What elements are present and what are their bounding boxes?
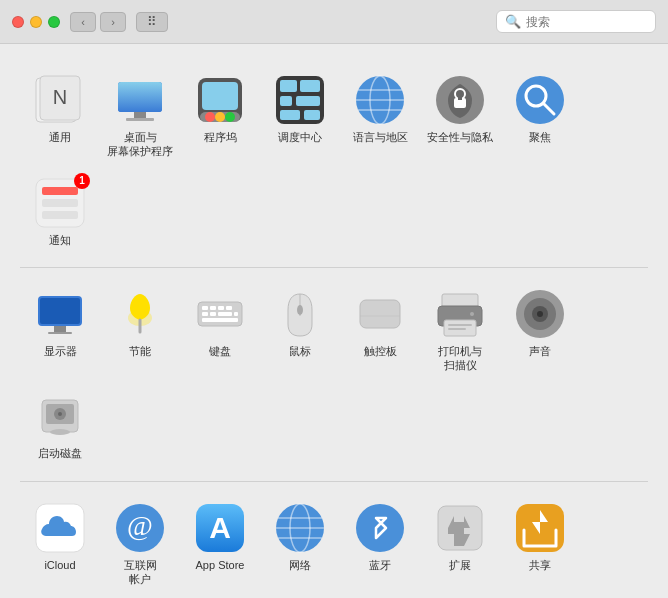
icon-item-network[interactable]: 网络 [260, 494, 340, 591]
desktop-icon [114, 74, 166, 126]
keyboard-icon [194, 288, 246, 340]
svg-rect-60 [448, 328, 466, 330]
energy-icon [114, 288, 166, 340]
nav-buttons: ‹ › [70, 12, 126, 32]
sharing-label: 共享 [529, 558, 551, 572]
notification-label: 通知 [49, 233, 71, 247]
svg-point-65 [537, 311, 543, 317]
internet-icon: @ [114, 502, 166, 554]
svg-rect-47 [202, 312, 208, 316]
section-hardware: 显示器 节能 [20, 268, 648, 482]
icon-item-startup[interactable]: 启动磁盘 [20, 382, 100, 464]
svg-rect-34 [42, 199, 78, 207]
network-icon [274, 502, 326, 554]
section-personal: N 通用 [20, 54, 648, 268]
svg-rect-16 [280, 96, 292, 106]
svg-rect-51 [202, 318, 238, 322]
icon-item-display[interactable]: 显示器 [20, 280, 100, 377]
icon-item-mission[interactable]: 调度中心 [260, 66, 340, 163]
icon-item-mouse[interactable]: 鼠标 [260, 280, 340, 377]
appstore-label: App Store [196, 558, 245, 572]
icon-item-printer[interactable]: 打印机与扫描仪 [420, 280, 500, 377]
svg-text:@: @ [127, 510, 153, 541]
maximize-button[interactable] [48, 16, 60, 28]
lang-icon [354, 74, 406, 126]
icon-item-dock[interactable]: 程序坞 [180, 66, 260, 163]
svg-rect-50 [234, 312, 238, 316]
bluetooth-label: 蓝牙 [369, 558, 391, 572]
icon-item-internet[interactable]: @ 互联网帐户 [100, 494, 180, 591]
section-personal-grid: N 通用 [20, 66, 648, 251]
startup-icon [34, 390, 86, 442]
svg-rect-45 [218, 306, 224, 310]
appstore-icon: A [194, 502, 246, 554]
desktop-label: 桌面与屏幕保护程序 [107, 130, 173, 159]
svg-rect-17 [296, 96, 320, 106]
spotlight-label: 聚焦 [529, 130, 551, 144]
minimize-button[interactable] [30, 16, 42, 28]
icloud-label: iCloud [44, 558, 75, 572]
forward-button[interactable]: › [100, 12, 126, 32]
icon-item-energy[interactable]: 节能 [100, 280, 180, 377]
spotlight-icon [514, 74, 566, 126]
back-button[interactable]: ‹ [70, 12, 96, 32]
traffic-lights [12, 16, 60, 28]
svg-rect-37 [40, 298, 80, 324]
svg-rect-54 [360, 300, 400, 328]
svg-rect-48 [210, 312, 216, 316]
icon-item-keyboard[interactable]: 键盘 [180, 280, 260, 377]
grid-button[interactable]: ⠿ [136, 12, 168, 32]
svg-point-11 [215, 112, 225, 122]
svg-point-67 [50, 429, 70, 435]
printer-icon [434, 288, 486, 340]
section-internet: iCloud @ 互联网帐户 [20, 482, 648, 598]
icon-item-spotlight[interactable]: 聚焦 [500, 66, 580, 163]
svg-rect-18 [280, 110, 300, 120]
sound-icon [514, 288, 566, 340]
search-input[interactable] [526, 15, 656, 29]
icon-item-bluetooth[interactable]: 蓝牙 [340, 494, 420, 591]
icon-item-desktop[interactable]: 桌面与屏幕保护程序 [100, 66, 180, 163]
svg-point-70 [58, 412, 62, 416]
svg-rect-15 [300, 80, 320, 92]
icon-item-notification[interactable]: 1 通知 [20, 169, 100, 251]
icon-item-lang[interactable]: 语言与地区 [340, 66, 420, 163]
icon-item-general[interactable]: N 通用 [20, 66, 100, 163]
sharing-icon [514, 502, 566, 554]
svg-point-29 [516, 76, 564, 124]
icloud-icon [34, 502, 86, 554]
svg-rect-35 [42, 211, 78, 219]
svg-rect-4 [118, 82, 162, 112]
icon-item-sound[interactable]: 声音 [500, 280, 580, 377]
extension-label: 扩展 [449, 558, 471, 572]
lang-label: 语言与地区 [353, 130, 408, 144]
printer-label: 打印机与扫描仪 [438, 344, 482, 373]
close-button[interactable] [12, 16, 24, 28]
sound-label: 声音 [529, 344, 551, 358]
bluetooth-icon [354, 502, 406, 554]
svg-rect-39 [48, 332, 72, 334]
icon-item-trackpad[interactable]: 触控板 [340, 280, 420, 377]
svg-rect-33 [42, 187, 78, 195]
general-icon: N [34, 74, 86, 126]
dock-icon [194, 74, 246, 126]
main-content: N 通用 [0, 44, 668, 598]
svg-text:A: A [209, 511, 231, 544]
svg-rect-46 [226, 306, 232, 310]
svg-point-10 [205, 112, 215, 122]
svg-text:N: N [53, 86, 67, 108]
icon-item-appstore[interactable]: A App Store [180, 494, 260, 591]
icon-item-extension[interactable]: 扩展 [420, 494, 500, 591]
icon-item-security[interactable]: 安全性与隐私 [420, 66, 500, 163]
svg-rect-5 [134, 112, 146, 118]
icon-item-icloud[interactable]: iCloud [20, 494, 100, 591]
energy-label: 节能 [129, 344, 151, 358]
section-hardware-grid: 显示器 节能 [20, 280, 648, 465]
svg-rect-43 [202, 306, 208, 310]
svg-point-53 [297, 305, 303, 315]
svg-rect-14 [280, 80, 297, 92]
svg-point-82 [356, 504, 404, 552]
search-icon: 🔍 [505, 14, 521, 29]
icon-item-sharing[interactable]: 共享 [500, 494, 580, 591]
display-icon [34, 288, 86, 340]
